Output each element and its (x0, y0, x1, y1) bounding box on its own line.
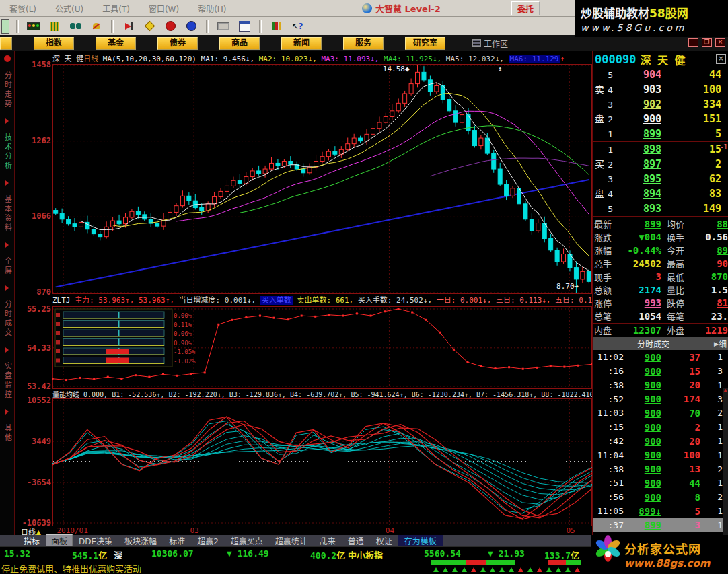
candlestick-chart[interactable]: 14.58◆↕8.70→ (52, 64, 592, 294)
sidebar-item-3[interactable]: 全屏 (2, 257, 13, 276)
depth-row-bid-1[interactable]: 189815 (593, 142, 728, 157)
depth-row-ask-1[interactable]: 18995 (593, 127, 728, 141)
tick-list-header[interactable]: 分时成交 ▶ 细 (593, 337, 728, 350)
indicator-tab-1[interactable]: 面板 (46, 534, 73, 547)
app-title: 大智慧 Level-2 (362, 2, 441, 15)
sort-bars-icon[interactable] (46, 20, 63, 33)
indicator-tab-2[interactable]: DDE决策 (73, 535, 118, 546)
depth-row-bid-4[interactable]: 489483 (593, 186, 728, 201)
indicator-tab-0[interactable]: 指标 (17, 535, 46, 546)
tick-price: 900 (624, 408, 661, 419)
blue-disc-icon[interactable] (183, 20, 199, 33)
volume-ma-info-line: 量能均线 0.000, B1: -52.536↑, B2: -192.220↓,… (52, 389, 592, 398)
menu-weituo[interactable]: 委托 (511, 1, 540, 15)
help-cursor-icon[interactable]: ↖? (289, 20, 305, 33)
indicator-tab-8[interactable]: 乱来 (314, 535, 342, 546)
tick-row-0[interactable]: 11:02900371 (593, 350, 728, 364)
depth-price: 898 (613, 143, 661, 155)
partial-icon[interactable] (1, 19, 9, 34)
indicator-tab-10[interactable]: 权证 (370, 535, 398, 546)
stoplight-icon[interactable] (26, 20, 42, 33)
indicator-tab-9[interactable]: 普通 (342, 535, 370, 546)
depth-row-bid-5[interactable]: 5893149 (593, 201, 728, 216)
diamond-icon[interactable] (141, 20, 157, 33)
menu-item-4[interactable]: 帮助(H) (188, 5, 235, 14)
depth-row-ask-2[interactable]: 2900151 (593, 112, 728, 127)
tick-row-4[interactable]: 11:03900702 (593, 406, 728, 421)
zltj-legend-pct: -1.02% (174, 358, 196, 365)
tick-row-7[interactable]: 11:049001001 (593, 448, 728, 462)
depth-price: 893 (613, 203, 661, 215)
red-disc-icon[interactable] (162, 20, 178, 33)
sidebar-item-4[interactable]: 分时成交 (2, 300, 13, 338)
zltj-indicator-chart[interactable]: 0.00%0.11%0.06%0.90%-1.05%-1.02% (52, 306, 592, 389)
tick-time: :38 (593, 464, 624, 474)
sidebar-item-6[interactable]: 其他 (2, 424, 13, 443)
scroll-up-icon[interactable]: ▲ (723, 388, 728, 393)
window-icon[interactable] (236, 20, 252, 33)
tick-row-11[interactable]: 11:05899↓51 (593, 504, 728, 518)
depth-row-ask-5[interactable]: 590444 (593, 67, 728, 82)
flag-icon[interactable] (120, 20, 137, 33)
tick-scrollbar[interactable]: ▲ (723, 388, 728, 535)
close-button[interactable]: × (715, 38, 725, 47)
indicator-tab-11[interactable]: 存为模板 (398, 535, 443, 546)
tab-商品[interactable]: 商品 (219, 37, 260, 50)
menu-item-3[interactable]: 窗口(W) (139, 5, 188, 14)
workspace-label[interactable]: 工作区 (472, 38, 508, 49)
indicator-tab-5[interactable]: 超赢2 (191, 535, 225, 546)
zltj-info-line: ZLTJ 主力: 53.963↑, 53.963↑, 当日增减度: 0.001↓… (52, 294, 592, 306)
menu-item-2[interactable]: 工具(T) (93, 5, 139, 14)
stat-label: 量比 (661, 283, 695, 296)
panel-close-icon[interactable]: × (716, 54, 726, 64)
tick-row-9[interactable]: :51900441 (593, 476, 728, 491)
tick-row-12[interactable]: :3789931 (593, 518, 728, 532)
tab-指数[interactable]: 指数 (34, 37, 74, 50)
tick-row-3[interactable]: :529001743 (593, 392, 728, 406)
vol-info-seg-1: B1: -52.536↑, B2: -192.220↓, B3: -129.83… (112, 391, 592, 398)
sidebar-item-5[interactable]: 实盘监控 (2, 362, 13, 400)
depth-price: 894 (613, 188, 661, 200)
minimize-button[interactable]: — (688, 38, 698, 47)
trend-arrow-icon (443, 567, 448, 572)
sidebar-item-2[interactable]: 基本资料 (2, 195, 13, 233)
depth-level: 3 (593, 174, 613, 184)
indicator-tab-6[interactable]: 超赢买点 (225, 535, 269, 546)
sidebar-item-0[interactable]: 分时走势 (2, 71, 13, 109)
tab-基金[interactable]: 基金 (96, 37, 136, 50)
menu-item-0[interactable]: 套餐(L) (0, 5, 46, 14)
indicator-tab-4[interactable]: 标准 (163, 535, 191, 546)
depth-row-ask-4[interactable]: 4903100 (593, 82, 728, 97)
depth-row-ask-3[interactable]: 3902334 (593, 97, 728, 112)
tick-row-5[interactable]: :1590021 (593, 420, 728, 434)
depth-level: 1 (593, 129, 613, 139)
tab-服务[interactable]: 服务 (343, 37, 384, 50)
x-axis-label: 04 (386, 526, 394, 535)
indicator-tab-7[interactable]: 超赢统计 (269, 535, 314, 546)
tick-row-6[interactable]: :42900201 (593, 434, 728, 448)
depth-row-bid-2[interactable]: 28972 (593, 157, 728, 172)
indicator-tab-3[interactable]: 板块涨幅 (118, 535, 163, 546)
tick-row-10[interactable]: :5690082 (593, 490, 728, 504)
menu-item-1[interactable]: 公式(U) (46, 5, 93, 14)
tick-row-2[interactable]: :38900201 (593, 378, 728, 392)
tab-partial[interactable] (0, 37, 12, 50)
tab-研究室[interactable]: 研究室 (405, 37, 445, 50)
tick-row-1[interactable]: :16900153 (593, 364, 728, 378)
tab-新闻[interactable]: 新闻 (281, 37, 322, 50)
bell-icon[interactable] (88, 20, 104, 33)
books-icon[interactable] (268, 20, 285, 33)
sidebar-item-1[interactable]: 技术分析 (2, 133, 13, 171)
kline-info-seg-0: 深 天 健 (52, 55, 83, 63)
volume-ma-chart[interactable] (52, 398, 592, 526)
tab-债券[interactable]: 债券 (157, 37, 198, 50)
depth-row-bid-3[interactable]: 389562 (593, 172, 728, 186)
status-segment-3: 10306.07 (151, 548, 194, 559)
restore-button[interactable]: ❐ (702, 38, 712, 47)
trend-arrow-icon (462, 567, 467, 572)
keyboard-icon[interactable] (215, 20, 231, 33)
stat-value: 12307 (621, 325, 661, 336)
tick-row-8[interactable]: :38900132 (593, 462, 728, 476)
binoculars-icon[interactable] (67, 20, 83, 33)
sidebar-arrow-icon (5, 180, 9, 186)
